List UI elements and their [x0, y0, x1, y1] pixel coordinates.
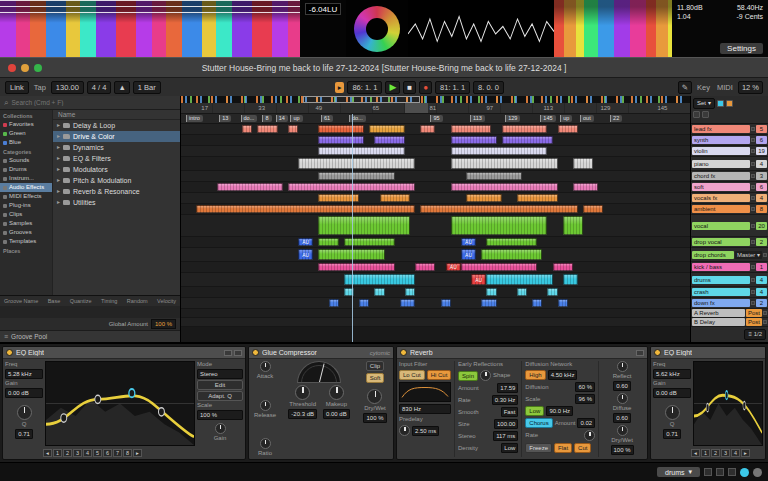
clip[interactable]: [374, 136, 405, 144]
eq-display[interactable]: [45, 361, 195, 446]
ratio-knob[interactable]: [260, 438, 271, 449]
midi-map-toggle[interactable]: MIDI: [715, 83, 735, 92]
browser-folder-item[interactable]: ▸Reverb & Resonance: [53, 186, 180, 197]
track-header-row[interactable]: crash4: [691, 287, 768, 298]
device-activator[interactable]: [400, 349, 407, 356]
clip[interactable]: [573, 158, 593, 169]
high-shelf-toggle[interactable]: High: [525, 370, 545, 380]
clip[interactable]: AU: [471, 274, 486, 285]
clip[interactable]: [532, 299, 542, 307]
clip[interactable]: AU: [298, 238, 313, 246]
track-header-row[interactable]: B DelayPost: [691, 318, 768, 327]
flat-toggle[interactable]: Flat: [554, 443, 572, 453]
clip[interactable]: [369, 125, 405, 133]
track-lane[interactable]: [181, 157, 690, 171]
overview-viewport[interactable]: [303, 96, 420, 103]
sidebar-item-clips[interactable]: Clips: [0, 210, 52, 219]
clip[interactable]: [481, 299, 496, 307]
clip[interactable]: [451, 183, 558, 191]
threshold-value[interactable]: -20.3 dB: [288, 409, 317, 419]
play-button[interactable]: ▶: [385, 81, 400, 94]
clip[interactable]: [502, 125, 548, 133]
time-signature-field[interactable]: 4 / 4: [87, 81, 112, 94]
output-gain-knob[interactable]: [215, 423, 226, 434]
track-lane[interactable]: AUAU: [181, 248, 690, 262]
clip[interactable]: [558, 125, 578, 133]
browser-folder-item[interactable]: ▸Drive & Color: [53, 131, 180, 142]
device-activator[interactable]: [252, 349, 259, 356]
track-header-row[interactable]: piano4: [691, 157, 768, 171]
clip[interactable]: [547, 288, 557, 296]
eq-band-button[interactable]: 2: [711, 449, 720, 457]
device-header[interactable]: EQ Eight: [3, 347, 245, 359]
eq-band-button[interactable]: 6: [103, 449, 112, 457]
reverb-dry-wet-knob[interactable]: [617, 425, 628, 436]
playhead[interactable]: [352, 114, 353, 342]
track-name[interactable]: piano: [692, 160, 750, 168]
track-activator[interactable]: [751, 207, 755, 211]
track-name[interactable]: drums: [692, 276, 750, 284]
arrangement-locator[interactable]: 95: [430, 115, 442, 122]
eq-display[interactable]: [693, 361, 763, 446]
band-next-icon[interactable]: ▸: [133, 449, 142, 457]
track-header-row[interactable]: A ReverbPost: [691, 309, 768, 318]
master-level-knob[interactable]: [753, 468, 762, 477]
selected-track-chooser[interactable]: drums ▾: [657, 467, 700, 477]
device-header[interactable]: Reverb: [397, 347, 647, 359]
sidebar-item-grooves[interactable]: Grooves: [0, 228, 52, 237]
eq-band-button[interactable]: 3: [73, 449, 82, 457]
clip-toggle[interactable]: Clip: [366, 361, 384, 371]
freq-value[interactable]: 5.62 kHz: [653, 369, 691, 379]
arrangement-locator[interactable]: 61: [321, 115, 333, 122]
sidebar-item-drums[interactable]: Drums: [0, 165, 52, 174]
track-name[interactable]: ambient: [692, 205, 750, 213]
sidebar-item-templates[interactable]: Templates: [0, 237, 52, 246]
clip[interactable]: [344, 288, 354, 296]
track-header-row[interactable]: ambient8: [691, 204, 768, 215]
clip[interactable]: AU: [446, 263, 461, 271]
track-name[interactable]: drop chords: [692, 251, 734, 259]
dry-wet-knob[interactable]: [367, 389, 382, 404]
global-amount-value[interactable]: 100 %: [151, 319, 176, 329]
reflect-value[interactable]: 0.60: [613, 381, 631, 391]
clip[interactable]: [486, 238, 537, 246]
clip[interactable]: [298, 158, 415, 169]
shape-knob[interactable]: [480, 370, 491, 381]
lo-cut-toggle[interactable]: Lo Cut: [399, 370, 425, 380]
send-mode-badge[interactable]: Post: [746, 309, 762, 317]
arrangement-locator[interactable]: 113: [470, 115, 485, 122]
smooth-selector[interactable]: Fast: [501, 407, 519, 417]
send-mode-badge[interactable]: Post: [746, 318, 762, 326]
clip[interactable]: [288, 125, 298, 133]
device-activator[interactable]: [6, 349, 13, 356]
high-shelf-freq[interactable]: 4.50 kHz: [548, 370, 578, 380]
track-name[interactable]: chord fx: [692, 172, 750, 180]
device-header[interactable]: EQ Eight: [651, 347, 765, 359]
track-name[interactable]: soft: [692, 183, 750, 191]
track-header-row[interactable]: vocals fx4: [691, 193, 768, 204]
track-header-row[interactable]: synth6: [691, 135, 768, 146]
clip[interactable]: [451, 136, 497, 144]
clip[interactable]: [374, 288, 384, 296]
clip[interactable]: [329, 299, 339, 307]
track-name[interactable]: vocals fx: [692, 194, 750, 202]
track-lane[interactable]: [181, 182, 690, 193]
track-header-row[interactable]: drums4: [691, 273, 768, 287]
quantize-menu[interactable]: 1 Bar: [133, 81, 161, 94]
sidebar-item-sounds[interactable]: Sounds: [0, 156, 52, 165]
release-knob[interactable]: [260, 400, 271, 411]
track-name[interactable]: down fx: [692, 299, 750, 307]
key-map-toggle[interactable]: Key: [695, 83, 712, 92]
clip[interactable]: [196, 205, 415, 213]
track-lane[interactable]: [181, 124, 690, 135]
input-filter-display[interactable]: [399, 382, 451, 402]
track-lane[interactable]: [181, 193, 690, 204]
threshold-knob[interactable]: [295, 385, 310, 400]
clip[interactable]: [318, 172, 394, 180]
stereo-value[interactable]: 117 ms: [493, 431, 518, 441]
low-shelf-toggle[interactable]: Low: [525, 406, 544, 416]
eq-band-button[interactable]: 1: [53, 449, 62, 457]
band-prev-icon[interactable]: ◂: [43, 449, 52, 457]
clip[interactable]: [405, 288, 415, 296]
low-shelf-freq[interactable]: 90.0 Hz: [546, 406, 573, 416]
